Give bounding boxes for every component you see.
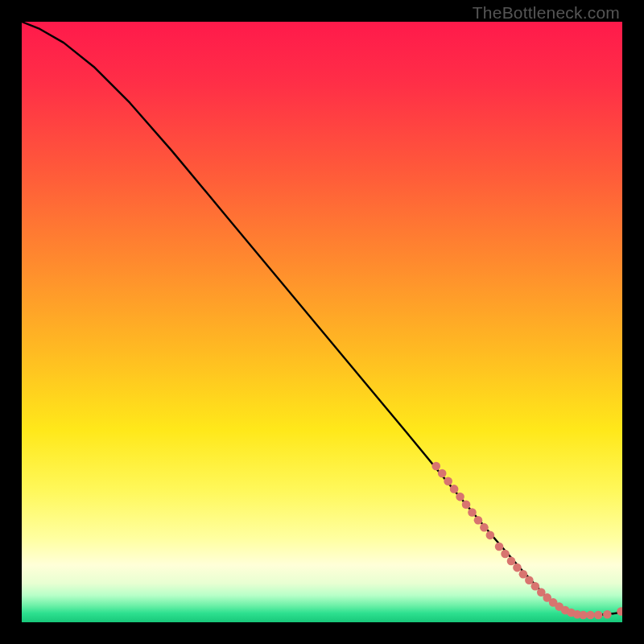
plot-area bbox=[22, 22, 622, 622]
highlight-dot bbox=[456, 493, 464, 502]
highlight-dot bbox=[486, 531, 495, 540]
highlight-dot bbox=[438, 469, 447, 478]
highlight-dot bbox=[462, 500, 471, 509]
chart-frame bbox=[22, 22, 622, 622]
highlight-dot bbox=[468, 508, 477, 517]
highlight-dot bbox=[474, 516, 483, 525]
highlight-dot bbox=[495, 543, 504, 551]
chart-svg bbox=[22, 22, 622, 622]
highlight-dot bbox=[513, 564, 522, 572]
highlight-dot bbox=[531, 582, 540, 591]
watermark-text: TheBottleneck.com bbox=[473, 3, 620, 23]
highlight-dot bbox=[507, 557, 516, 566]
highlight-dot bbox=[603, 610, 612, 619]
highlight-dot bbox=[480, 523, 489, 532]
highlight-dot bbox=[586, 611, 595, 620]
highlight-dot bbox=[444, 477, 452, 485]
highlight-dot bbox=[519, 570, 528, 579]
highlight-dot bbox=[594, 611, 603, 620]
highlight-dot bbox=[525, 576, 534, 584]
gradient-background bbox=[22, 22, 622, 622]
highlight-dot bbox=[450, 485, 459, 493]
highlight-dot bbox=[501, 550, 510, 559]
highlight-dot bbox=[431, 462, 440, 471]
